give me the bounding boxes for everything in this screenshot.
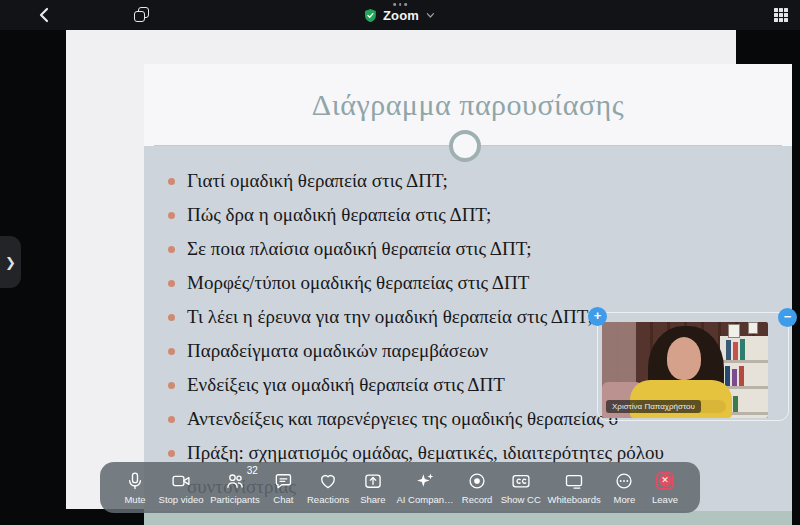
chat-button[interactable]: Chat — [266, 471, 300, 505]
chevron-down-icon[interactable] — [425, 10, 436, 21]
record-icon — [467, 471, 487, 491]
bullet-item: Γιατί ομαδική θεραπεία στις ΔΠΤ; — [168, 168, 734, 193]
window-square-front — [134, 11, 145, 22]
shared-screen-window: Διάγραμμα παρουσίασης Γιατί ομαδική θερα… — [66, 30, 736, 509]
chat-bubble-icon — [273, 471, 293, 491]
bullet-dot — [168, 280, 175, 287]
presentation-slide: Διάγραμμα παρουσίασης Γιατί ομαδική θερα… — [144, 64, 792, 525]
meeting-toolbar: Mute Stop video 32 Participants Chat Rea… — [100, 462, 700, 513]
more-button[interactable]: More — [607, 471, 641, 505]
show-cc-button[interactable]: Show CC — [501, 471, 541, 505]
bullet-dot — [168, 314, 175, 321]
bullet-item: Σε ποια πλαίσια ομαδική θεραπεία στις ΔΠ… — [168, 236, 734, 261]
participants-count-badge: 32 — [247, 465, 258, 476]
video-enlarge-button[interactable]: + — [588, 307, 607, 326]
multitask-windows-icon[interactable] — [134, 7, 150, 23]
share-up-arrow-icon — [363, 471, 383, 491]
bullet-item: Μορφές/τύποι ομαδικής θεραπείας στις ΔΠΤ — [168, 270, 734, 295]
video-minimize-button[interactable]: − — [778, 308, 797, 327]
whiteboard-icon — [564, 471, 584, 491]
back-icon[interactable] — [36, 6, 54, 24]
mute-button[interactable]: Mute — [118, 471, 152, 505]
leave-x-icon: ✕ — [655, 471, 675, 491]
app-title: Zoom — [383, 8, 419, 23]
ai-companion-button[interactable]: AI Compan… — [396, 471, 453, 505]
share-button[interactable]: Share — [356, 471, 390, 505]
video-camera-icon — [171, 471, 191, 491]
whiteboards-button[interactable]: Whiteboards — [547, 471, 600, 505]
picture-frame — [748, 322, 758, 334]
participant-face — [667, 337, 701, 380]
chevron-right-icon: ❯ — [5, 255, 16, 270]
participants-button[interactable]: 32 Participants — [210, 471, 260, 505]
book — [732, 369, 737, 386]
book — [725, 366, 730, 386]
book — [726, 340, 731, 360]
window-options-dots-icon[interactable] — [393, 3, 407, 6]
book — [740, 339, 745, 360]
security-shield-icon — [364, 8, 377, 23]
bullet-dot — [168, 348, 175, 355]
bullet-dot — [168, 382, 175, 389]
participant-video[interactable]: Χριστίνα Παπαχρήστου — [602, 322, 768, 418]
side-panel-handle[interactable]: ❯ — [0, 236, 21, 288]
bullet-dot — [168, 416, 175, 423]
stop-video-button[interactable]: Stop video — [159, 471, 204, 505]
bullet-dot — [168, 450, 175, 457]
book — [739, 366, 744, 386]
bullet-dot — [168, 178, 175, 185]
slide-bottom-band — [144, 511, 792, 525]
picture-frame — [728, 324, 740, 338]
participants-icon: 32 — [225, 471, 245, 491]
apps-grid-icon[interactable] — [774, 8, 788, 22]
more-ellipsis-icon — [614, 471, 634, 491]
book — [733, 342, 738, 360]
heart-icon — [318, 471, 338, 491]
record-button[interactable]: Record — [460, 471, 494, 505]
bullet-dot — [168, 246, 175, 253]
slide-title: Διάγραμμα παρουσίασης — [312, 88, 624, 122]
bullet-dot — [168, 212, 175, 219]
book — [733, 396, 738, 412]
participant-name-label: Χριστίνα Παπαχρήστου — [606, 400, 701, 413]
ai-sparkle-icon — [415, 471, 435, 491]
leave-button[interactable]: ✕ Leave — [648, 471, 682, 505]
top-bar: Zoom — [0, 0, 800, 30]
app-title-menu[interactable]: Zoom — [364, 0, 436, 30]
bullet-item: Πώς δρα η ομαδική θεραπεία στις ΔΠΤ; — [168, 202, 734, 227]
reactions-button[interactable]: Reactions — [307, 471, 349, 505]
closed-captions-icon — [511, 471, 531, 491]
microphone-icon — [125, 471, 145, 491]
